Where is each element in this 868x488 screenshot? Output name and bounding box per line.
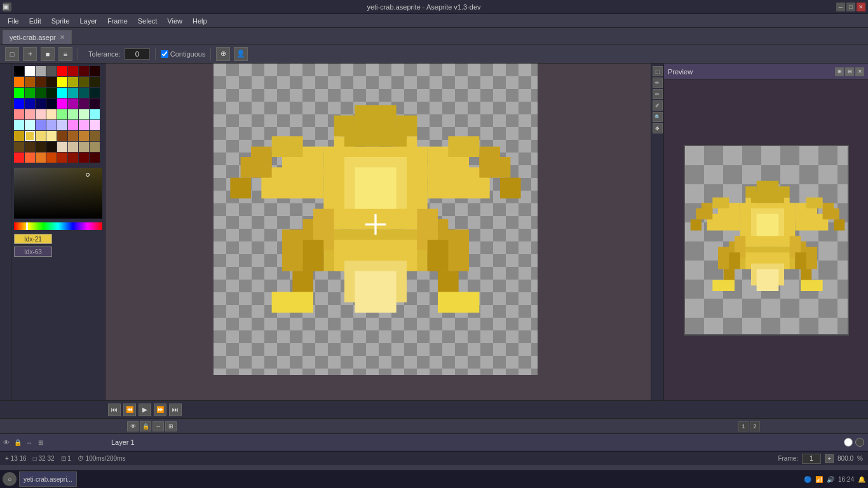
menu-item-edit[interactable]: Edit (24, 16, 46, 26)
palette-color-19[interactable] (46, 88, 57, 98)
menu-item-layer[interactable]: Layer (74, 16, 102, 26)
palette-color-55[interactable] (90, 131, 100, 141)
palette-color-70[interactable] (79, 152, 89, 163)
palette-color-24[interactable] (14, 98, 24, 109)
palette-color-17[interactable] (25, 88, 35, 98)
foreground-color-box[interactable]: Idx-21 (14, 234, 52, 244)
continuous-checkbox[interactable] (161, 50, 168, 58)
minimize-button[interactable]: ─ (836, 3, 845, 11)
palette-color-2[interactable] (36, 66, 46, 76)
palette-color-48[interactable] (14, 131, 24, 141)
palette-color-21[interactable] (68, 88, 78, 98)
layer-link-btn[interactable]: ↔ (24, 437, 34, 447)
menu-item-help[interactable]: Help (187, 16, 212, 26)
palette-color-13[interactable] (68, 77, 78, 87)
palette-color-54[interactable] (79, 131, 89, 141)
layer-lock-icon[interactable]: 🔒 (140, 421, 151, 431)
layer-eye-btn[interactable]: 👁 (1, 437, 11, 447)
layer-cell-btn[interactable]: ⊞ (36, 437, 46, 447)
menu-item-file[interactable]: File (3, 16, 24, 26)
palette-color-66[interactable] (36, 152, 46, 163)
menu-item-view[interactable]: View (162, 16, 187, 26)
palette-color-50[interactable] (36, 131, 46, 141)
tool-add[interactable]: ＋ (23, 47, 37, 61)
palette-color-60[interactable] (57, 142, 67, 152)
palette-color-29[interactable] (68, 98, 78, 109)
palette-color-61[interactable] (68, 142, 78, 152)
right-tool-6[interactable]: ✥ (653, 123, 663, 133)
palette-color-33[interactable] (25, 109, 35, 119)
maximize-button[interactable]: □ (846, 3, 855, 11)
palette-color-11[interactable] (46, 77, 57, 87)
taskbar-start-button[interactable]: ○ (3, 472, 17, 486)
tool-options[interactable]: ≡ (58, 47, 72, 61)
palette-color-41[interactable] (25, 120, 35, 130)
right-tool-2[interactable]: ✏ (653, 78, 663, 88)
background-color-box[interactable]: Idx-63 (14, 247, 52, 257)
palette-color-20[interactable] (57, 88, 67, 98)
palette-color-8[interactable] (14, 77, 24, 87)
frame-increment-button[interactable]: + (825, 454, 834, 463)
palette-color-16[interactable] (14, 88, 24, 98)
anim-prev-button[interactable]: ⏪ (123, 403, 136, 416)
palette-color-28[interactable] (57, 98, 67, 109)
palette-color-52[interactable] (57, 131, 67, 141)
palette-color-39[interactable] (90, 109, 100, 119)
continuous-checkbox-label[interactable]: Contiguous (161, 50, 206, 58)
palette-color-68[interactable] (57, 152, 67, 163)
palette-color-47[interactable] (90, 120, 100, 130)
palette-color-49[interactable] (25, 131, 35, 141)
layer-link-icon[interactable]: ↔ (153, 421, 164, 431)
canvas-area[interactable] (105, 64, 651, 400)
palette-color-31[interactable] (90, 98, 100, 109)
layer-add-icon[interactable]: ⊞ (165, 421, 177, 431)
active-tab[interactable]: yeti-crab.asepr ✕ (3, 30, 72, 44)
palette-color-59[interactable] (46, 142, 57, 152)
tolerance-input[interactable] (125, 48, 150, 60)
anim-play-button[interactable]: ▶ (139, 403, 151, 416)
preview-shrink[interactable]: ⊟ (845, 67, 854, 76)
palette-color-9[interactable] (25, 77, 35, 87)
tool-rect-select[interactable]: □ (5, 47, 19, 61)
palette-color-63[interactable] (90, 142, 100, 152)
tab-close-button[interactable]: ✕ (60, 34, 65, 41)
palette-color-36[interactable] (57, 109, 67, 119)
frame-input[interactable] (802, 454, 821, 464)
palette-color-58[interactable] (36, 142, 46, 152)
anim-last-button[interactable]: ⏭ (169, 403, 182, 416)
palette-color-15[interactable] (90, 77, 100, 87)
palette-color-53[interactable] (68, 131, 78, 141)
palette-color-64[interactable] (14, 152, 24, 163)
palette-color-25[interactable] (25, 98, 35, 109)
menu-item-select[interactable]: Select (133, 16, 163, 26)
palette-color-40[interactable] (14, 120, 24, 130)
sprite-canvas[interactable] (214, 64, 538, 375)
palette-color-18[interactable] (36, 88, 46, 98)
right-tool-3[interactable]: ✏ (653, 89, 663, 99)
palette-color-5[interactable] (68, 66, 78, 76)
taskbar-aseprite-app[interactable]: yeti-crab.asepri... (19, 471, 77, 487)
frame-2-button[interactable]: 2 (750, 421, 760, 431)
right-tool-5[interactable]: 🔍 (653, 112, 663, 122)
anim-next-button[interactable]: ⏩ (154, 403, 166, 416)
preview-expand[interactable]: ⊞ (835, 67, 844, 76)
color-picker-gradient[interactable] (14, 168, 102, 219)
preview-close[interactable]: ✕ (855, 67, 864, 76)
palette-color-32[interactable] (14, 109, 24, 119)
palette-color-30[interactable] (79, 98, 89, 109)
palette-color-14[interactable] (79, 77, 89, 87)
palette-color-3[interactable] (46, 66, 57, 76)
palette-color-1[interactable] (25, 66, 35, 76)
layer-padlock-btn[interactable]: 🔒 (13, 437, 23, 447)
right-tool-1[interactable]: ⬚ (653, 66, 663, 76)
palette-color-26[interactable] (36, 98, 46, 109)
palette-color-65[interactable] (25, 152, 35, 163)
palette-color-56[interactable] (14, 142, 24, 152)
tool-profile[interactable]: 👤 (234, 47, 248, 61)
palette-color-51[interactable] (46, 131, 57, 141)
palette-color-67[interactable] (46, 152, 57, 163)
palette-color-38[interactable] (79, 109, 89, 119)
menu-item-sprite[interactable]: Sprite (46, 16, 75, 26)
close-button[interactable]: ✕ (857, 3, 865, 11)
palette-color-7[interactable] (90, 66, 100, 76)
